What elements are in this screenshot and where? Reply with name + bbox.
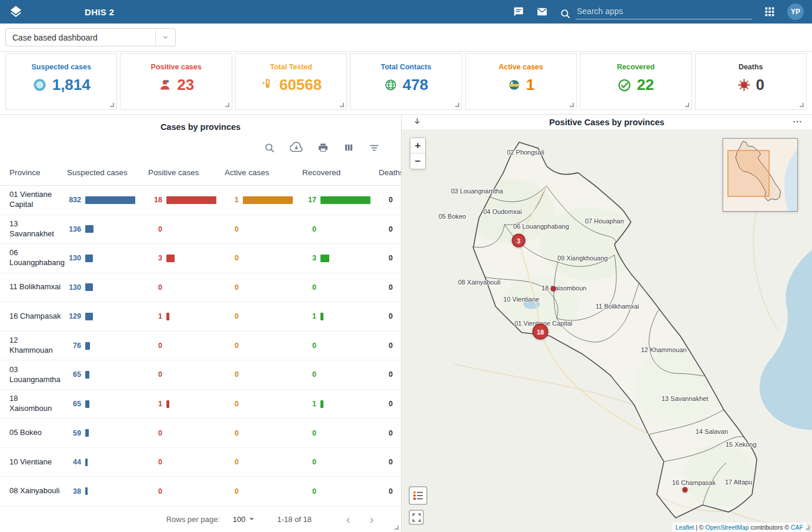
suspected-cell: 59 — [67, 429, 148, 438]
resize-handle-icon[interactable] — [455, 103, 459, 107]
deaths-cell: 0 — [379, 370, 401, 379]
positive-value: 0 — [148, 341, 162, 350]
column-header-deaths: Deaths — [379, 168, 402, 177]
resize-handle-icon[interactable] — [110, 103, 114, 107]
leaflet-link[interactable]: Leaflet — [676, 524, 694, 531]
recovered-value: 1 — [302, 312, 316, 321]
recovered-cell: 0 — [302, 283, 379, 292]
dashboard-selector[interactable]: Case based dashboard — [5, 28, 176, 46]
recovered-value: 0 — [302, 283, 316, 292]
cluster-count: 3 — [517, 237, 520, 244]
search-icon[interactable] — [264, 142, 275, 153]
resize-handle-icon[interactable] — [800, 103, 804, 107]
case-dot-marker[interactable] — [551, 286, 556, 292]
suspected-bar — [85, 400, 89, 408]
deaths-cell: 0 — [379, 253, 401, 263]
mail-icon[interactable] — [536, 6, 548, 18]
search-icon — [560, 8, 571, 19]
app-search — [560, 5, 752, 19]
card-label: Total Tested — [236, 63, 346, 71]
caret-down-icon — [249, 516, 255, 522]
positive-value: 0 — [148, 429, 162, 438]
positive-cell: 0 — [148, 370, 225, 379]
caf-link[interactable]: CAF — [791, 524, 803, 531]
card-value: 60568 — [279, 76, 322, 94]
dhis2-logo-icon[interactable] — [8, 4, 24, 19]
suspected-bar — [85, 459, 88, 466]
recovered-cell: 1 — [302, 399, 379, 409]
more-options-icon[interactable] — [792, 116, 803, 129]
map-province-label: 04 Oudomxai — [483, 208, 522, 215]
zoom-out-button[interactable]: − — [410, 153, 425, 169]
resize-handle-icon[interactable] — [806, 526, 810, 530]
column-header-active-cases: Active cases — [225, 168, 302, 177]
case-cluster-marker[interactable]: 3 — [512, 234, 526, 247]
rows-per-page-select[interactable]: 100 — [233, 515, 255, 524]
suspected-value: 38 — [67, 487, 81, 496]
recovered-value: 0 — [302, 341, 316, 350]
next-page-button[interactable]: › — [365, 513, 379, 525]
rows-per-page-value: 100 — [233, 515, 246, 524]
download-icon[interactable] — [290, 141, 303, 154]
legend-button[interactable] — [409, 486, 427, 505]
user-avatar[interactable]: YP — [787, 4, 804, 20]
suspected-bar — [85, 225, 93, 233]
overview-inset-map[interactable] — [723, 138, 798, 212]
filter-icon[interactable] — [369, 142, 380, 153]
messages-icon[interactable] — [513, 6, 524, 18]
search-apps-input[interactable] — [576, 5, 752, 19]
active-value: 0 — [225, 429, 239, 438]
column-header-positive-cases: Positive cases — [148, 168, 225, 177]
print-icon[interactable] — [318, 142, 329, 153]
suspected-value: 65 — [67, 399, 81, 409]
columns-icon[interactable] — [343, 142, 354, 153]
deaths-value: 0 — [379, 370, 393, 379]
positive-cell: 3 — [148, 253, 225, 263]
case-dot-marker[interactable] — [683, 487, 688, 493]
table-row: 12 Khammouan760000 — [0, 332, 401, 361]
table-row: 01 Vientiane Capital832181170 — [0, 186, 401, 215]
resize-handle-icon[interactable] — [395, 526, 399, 530]
table-row: 18 Xaisomboun651010 — [0, 390, 401, 419]
active-value: 0 — [225, 399, 239, 409]
recovered-cell: 0 — [302, 487, 379, 496]
patient-icon — [507, 78, 521, 92]
apps-grid-icon[interactable] — [764, 6, 776, 18]
suspected-bar — [85, 196, 135, 204]
dashboard-selector-value: Case based dashboard — [6, 33, 155, 42]
resize-handle-icon[interactable] — [225, 103, 229, 107]
map-canvas[interactable]: 02 Phongsali03 Louangnamtha05 Bokeo04 Ou… — [402, 129, 812, 532]
resize-handle-icon[interactable] — [340, 103, 344, 107]
card-label: Deaths — [696, 63, 806, 71]
zoom-in-button[interactable]: + — [410, 138, 425, 153]
ring-icon — [32, 78, 47, 92]
suspected-cell: 136 — [67, 225, 148, 234]
map-province-label: 03 Louangnamtha — [451, 188, 503, 195]
resize-handle-icon[interactable] — [570, 103, 574, 107]
resize-handle-icon[interactable] — [685, 103, 689, 107]
previous-page-button[interactable]: ‹ — [341, 513, 355, 525]
card-value: 23 — [177, 76, 194, 94]
download-icon[interactable] — [412, 116, 422, 129]
fullscreen-button[interactable] — [409, 510, 424, 525]
suspected-cell: 832 — [67, 195, 148, 205]
case-cluster-marker[interactable]: 18 — [533, 324, 549, 340]
recovered-cell: 0 — [302, 457, 379, 467]
recovered-cell: 0 — [302, 370, 379, 379]
table-header-row: ProvinceSuspected casesPositive casesAct… — [0, 160, 401, 186]
deaths-cell: 0 — [379, 487, 401, 496]
table-toolbar — [0, 133, 401, 160]
province-cell: 01 Vientiane Capital — [0, 190, 67, 210]
osm-link[interactable]: OpenStreetMap — [706, 524, 749, 531]
active-cell: 1 — [225, 195, 302, 205]
positive-cell: 18 — [148, 195, 225, 205]
recovered-bar — [320, 196, 370, 204]
stat-card-deaths: Deaths0 — [695, 53, 807, 110]
map-province-label: 10 Vientiane — [503, 296, 539, 303]
province-cell: 16 Champasak — [0, 312, 67, 322]
positive-value: 0 — [148, 457, 162, 467]
deaths-value: 0 — [379, 283, 393, 292]
active-value: 0 — [225, 457, 239, 467]
positive-value: 18 — [148, 195, 162, 205]
active-value: 0 — [225, 487, 239, 496]
